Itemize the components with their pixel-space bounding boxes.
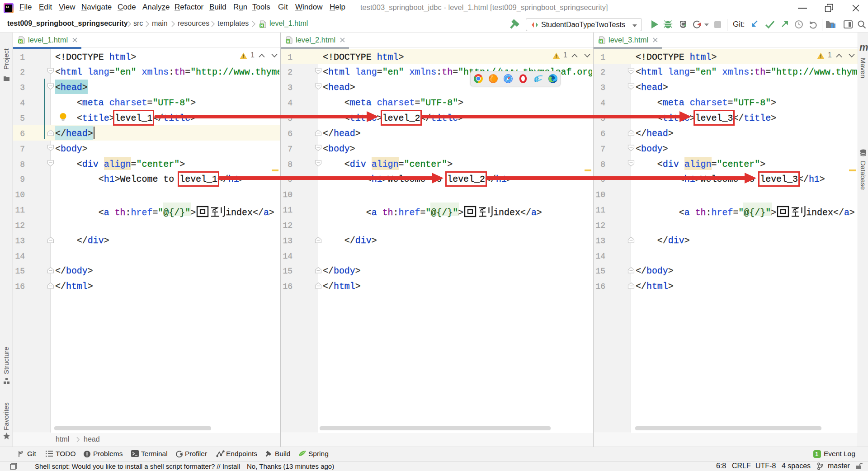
svg-text:H: H	[287, 39, 289, 44]
svg-text:H: H	[19, 39, 22, 44]
svg-text:H: H	[599, 39, 602, 44]
svg-text:H: H	[260, 24, 263, 28]
